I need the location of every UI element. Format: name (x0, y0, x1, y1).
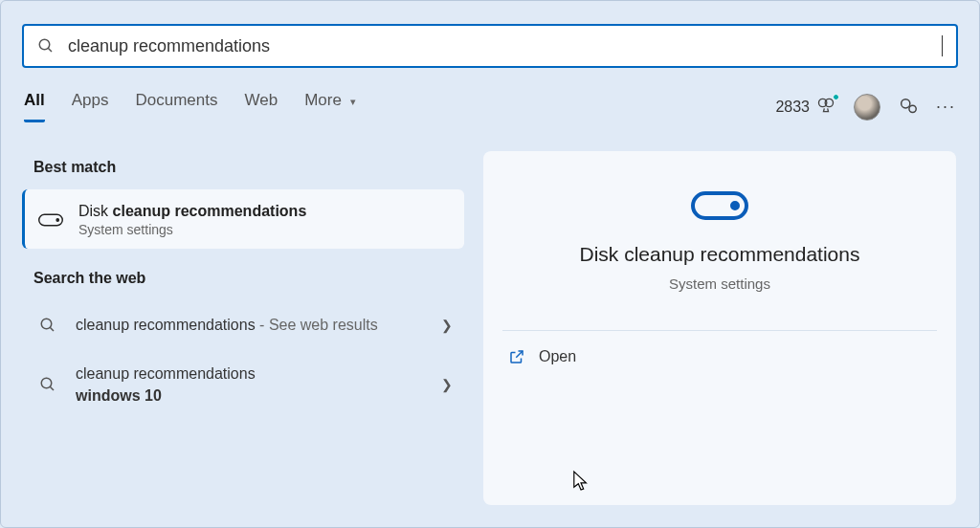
chevron-down-icon: ▾ (350, 96, 356, 107)
tab-apps[interactable]: Apps (72, 91, 109, 122)
svg-point-13 (732, 203, 738, 209)
tab-more[interactable]: More ▾ (304, 91, 355, 122)
svg-line-11 (50, 387, 54, 391)
avatar[interactable] (854, 94, 880, 121)
tab-documents[interactable]: Documents (135, 91, 217, 122)
best-match-text: Disk cleanup recommendations System sett… (78, 203, 306, 237)
search-web-header: Search the web (33, 270, 455, 287)
trophy-icon (815, 96, 836, 119)
search-icon (39, 376, 56, 393)
best-match-subtitle: System settings (78, 222, 306, 237)
rewards-points[interactable]: 2833 (775, 96, 836, 119)
svg-point-8 (41, 319, 52, 329)
svg-point-7 (56, 219, 58, 221)
preview-title: Disk cleanup recommendations (502, 243, 937, 266)
drive-icon (38, 213, 63, 227)
best-match-item[interactable]: Disk cleanup recommendations System sett… (22, 189, 464, 249)
chat-icon[interactable] (898, 97, 919, 118)
preview-subtitle: System settings (502, 275, 937, 292)
svg-line-1 (48, 48, 52, 52)
tab-more-label: More (304, 91, 342, 109)
drive-icon (691, 191, 748, 220)
main-content: Best match Disk cleanup recommendations … (1, 128, 979, 505)
open-external-icon (508, 348, 525, 365)
search-input[interactable] (68, 36, 946, 56)
web-result-main: cleanup recommendations (76, 317, 256, 333)
svg-line-9 (50, 327, 54, 331)
results-column: Best match Disk cleanup recommendations … (24, 138, 464, 505)
title-bold: cleanup recommendations (113, 203, 307, 219)
web-result-main: cleanup recommendations (76, 365, 256, 382)
search-icon (37, 37, 55, 55)
search-tabs: All Apps Documents Web More ▾ (24, 91, 356, 122)
web-result-bold: windows 10 (76, 387, 162, 404)
svg-point-5 (909, 105, 916, 112)
nav-right: 2833 ··· (775, 94, 956, 121)
points-value: 2833 (775, 99, 810, 116)
search-icon (39, 317, 56, 334)
svg-point-0 (39, 39, 50, 50)
search-bar[interactable] (22, 24, 958, 68)
title-prefix: Disk (78, 203, 113, 219)
svg-point-10 (41, 379, 52, 389)
tab-web[interactable]: Web (244, 91, 278, 122)
text-caret (942, 35, 943, 56)
web-result-suffix: - See web results (256, 317, 378, 333)
web-result-1[interactable]: cleanup recommendations - See web result… (24, 300, 464, 349)
svg-point-4 (902, 99, 910, 107)
nav-row: All Apps Documents Web More ▾ 2833 ··· (24, 91, 956, 122)
chevron-right-icon: ❯ (441, 318, 453, 333)
tab-all[interactable]: All (24, 91, 45, 122)
web-result-2[interactable]: cleanup recommendations windows 10 ❯ (24, 349, 464, 420)
open-label: Open (539, 348, 576, 365)
best-match-header: Best match (33, 159, 455, 176)
chevron-right-icon: ❯ (441, 377, 453, 392)
more-icon[interactable]: ··· (936, 97, 956, 117)
open-action[interactable]: Open (483, 331, 956, 383)
preview-panel: Disk cleanup recommendations System sett… (483, 151, 956, 505)
